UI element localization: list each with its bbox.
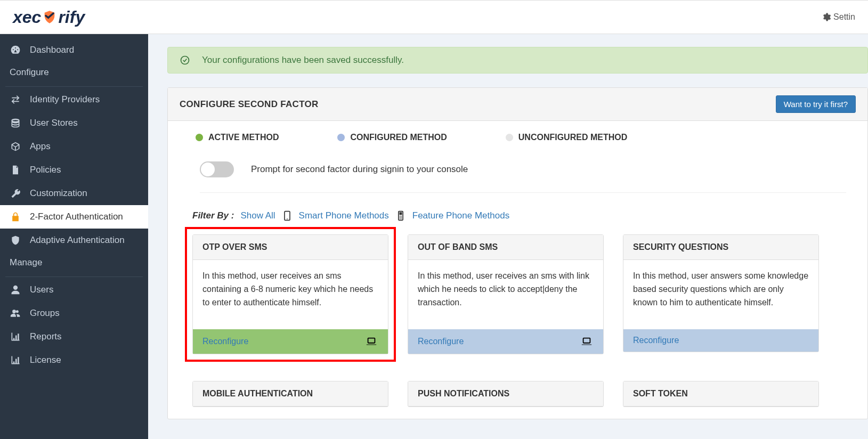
- legend-active: ACTIVE METHOD: [196, 133, 279, 142]
- method-card: MOBILE AUTHENTICATION: [192, 381, 388, 407]
- lock-icon: [10, 212, 21, 222]
- sidebar-item-label: User Stores: [30, 118, 78, 128]
- shield-icon: [10, 235, 21, 246]
- card-description: In this method, user receives an sms con…: [193, 260, 388, 329]
- sidebar-item-2fa[interactable]: 2-Factor Authentication: [0, 205, 148, 229]
- sidebar-item-customization[interactable]: Customization: [0, 182, 148, 205]
- card-title: OTP OVER SMS: [193, 235, 388, 260]
- legend-configured: CONFIGURED METHOD: [337, 133, 447, 142]
- sidebar-item-policies[interactable]: Policies: [0, 158, 148, 182]
- cards-row-1: OTP OVER SMS In this method, user receiv…: [192, 234, 846, 371]
- sidebar: Dashboard Configure Identity Providers U…: [0, 34, 148, 439]
- panel-title: CONFIGURE SECOND FACTOR: [180, 99, 319, 110]
- card-description: In this method, user receives an sms wit…: [408, 260, 603, 329]
- sidebar-item-label: Groups: [30, 308, 60, 319]
- card-footer: Reconfigure: [623, 329, 818, 352]
- smartphone-icon: [282, 209, 293, 223]
- filter-label: Filter By :: [192, 210, 234, 221]
- wrench-icon: [10, 188, 21, 199]
- sidebar-item-label: Customization: [30, 188, 87, 199]
- filter-row: Filter By : Show All Smart Phone Methods…: [192, 209, 846, 223]
- method-card: OUT OF BAND SMS In this method, user rec…: [408, 234, 604, 354]
- card-title: SOFT TOKEN: [623, 381, 818, 407]
- card-wrap: MOBILE AUTHENTICATION: [192, 381, 388, 407]
- sidebar-item-groups[interactable]: Groups: [0, 302, 148, 325]
- card-wrap: SECURITY QUESTIONS In this method, user …: [623, 234, 819, 371]
- filter-smart-phone[interactable]: Smart Phone Methods: [299, 210, 389, 221]
- reconfigure-link[interactable]: Reconfigure: [202, 337, 248, 346]
- file-icon: [10, 165, 21, 175]
- exchange-icon: [10, 94, 21, 105]
- chart-icon: [10, 331, 21, 342]
- users-icon: [10, 308, 21, 319]
- status-legend: ACTIVE METHOD CONFIGURED METHOD UNCONFIG…: [196, 133, 846, 142]
- check-circle-icon: [180, 55, 190, 66]
- logo: xec rify: [13, 7, 85, 27]
- laptop-icon: [580, 336, 594, 347]
- sidebar-item-label: License: [30, 355, 61, 365]
- try-it-button[interactable]: Want to try it first?: [776, 95, 856, 113]
- sidebar-divider: [5, 86, 143, 87]
- card-description: In this method, user answers some knowle…: [623, 260, 818, 329]
- cards-row-2: MOBILE AUTHENTICATION PUSH NOTIFICATIONS…: [192, 381, 846, 407]
- method-card: OTP OVER SMS In this method, user receiv…: [192, 234, 388, 354]
- toggle-label: Prompt for second factor during signin t…: [251, 164, 468, 175]
- legend-unconfigured: UNCONFIGURED METHOD: [506, 133, 627, 142]
- card-wrap: PUSH NOTIFICATIONS: [408, 381, 604, 407]
- filter-show-all[interactable]: Show All: [240, 210, 275, 221]
- logo-shield-icon: [42, 10, 57, 25]
- laptop-icon: [364, 336, 378, 347]
- reconfigure-link[interactable]: Reconfigure: [633, 336, 679, 345]
- card-title: OUT OF BAND SMS: [408, 235, 603, 260]
- sidebar-item-license[interactable]: License: [0, 348, 148, 372]
- sidebar-item-label: Policies: [30, 165, 61, 175]
- user-icon: [10, 284, 21, 295]
- prompt-toggle[interactable]: [200, 161, 234, 177]
- panel-header: CONFIGURE SECOND FACTOR Want to try it f…: [168, 88, 867, 121]
- toggle-knob: [201, 162, 215, 176]
- filter-feature-phone[interactable]: Feature Phone Methods: [412, 210, 509, 221]
- topbar: xec rify Settin: [0, 0, 868, 34]
- reconfigure-link[interactable]: Reconfigure: [418, 337, 464, 346]
- method-card: SECURITY QUESTIONS In this method, user …: [623, 234, 819, 352]
- dot-configured-icon: [337, 134, 345, 141]
- sidebar-section-configure: Configure: [0, 62, 148, 84]
- card-title: MOBILE AUTHENTICATION: [193, 381, 388, 407]
- sidebar-item-identity-providers[interactable]: Identity Providers: [0, 88, 148, 111]
- success-alert: Your configurations have been saved succ…: [167, 47, 868, 74]
- method-card: SOFT TOKEN: [623, 381, 819, 407]
- dot-active-icon: [196, 134, 203, 141]
- card-highlight-frame: OTP OVER SMS In this method, user receiv…: [185, 227, 396, 362]
- sidebar-section-manage: Manage: [0, 252, 148, 274]
- sidebar-item-apps[interactable]: Apps: [0, 135, 148, 158]
- toggle-row: Prompt for second factor during signin t…: [200, 161, 846, 193]
- sidebar-item-user-stores[interactable]: User Stores: [0, 111, 148, 135]
- sidebar-item-label: Adaptive Authentication: [30, 235, 125, 246]
- sidebar-item-users[interactable]: Users: [0, 278, 148, 302]
- dot-unconfigured-icon: [506, 134, 513, 141]
- cube-icon: [10, 141, 21, 152]
- method-card: PUSH NOTIFICATIONS: [408, 381, 604, 407]
- card-title: PUSH NOTIFICATIONS: [408, 381, 603, 407]
- sidebar-item-label: Dashboard: [30, 45, 74, 55]
- configure-panel: CONFIGURE SECOND FACTOR Want to try it f…: [167, 87, 868, 419]
- sidebar-item-dashboard[interactable]: Dashboard: [0, 38, 148, 62]
- chart-icon: [10, 355, 21, 365]
- sidebar-item-label: Reports: [30, 331, 62, 342]
- sidebar-item-reports[interactable]: Reports: [0, 325, 148, 348]
- sidebar-item-label: Apps: [30, 141, 51, 152]
- sidebar-divider: [5, 277, 143, 277]
- featurephone-icon: [395, 209, 406, 223]
- card-footer: Reconfigure: [408, 329, 603, 354]
- content-area: Your configurations have been saved succ…: [148, 34, 868, 439]
- settings-link[interactable]: Settin: [822, 12, 855, 22]
- sidebar-item-adaptive-auth[interactable]: Adaptive Authentication: [0, 229, 148, 252]
- gear-icon: [822, 12, 831, 22]
- alert-text: Your configurations have been saved succ…: [202, 55, 404, 66]
- sidebar-item-label: Identity Providers: [30, 94, 100, 105]
- dashboard-icon: [10, 45, 21, 55]
- card-footer: Reconfigure: [193, 329, 388, 354]
- database-icon: [10, 118, 21, 128]
- card-wrap: SOFT TOKEN: [623, 381, 819, 407]
- card-wrap: OUT OF BAND SMS In this method, user rec…: [408, 234, 604, 371]
